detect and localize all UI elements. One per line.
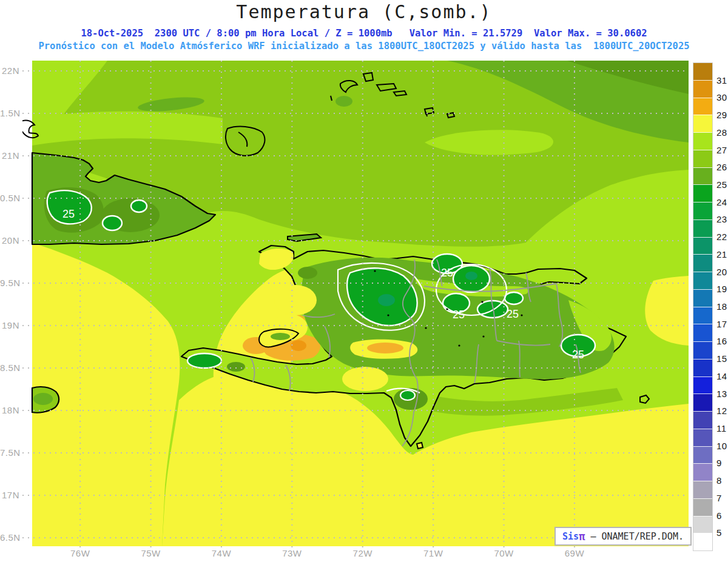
x-tick-69W: 69W [561, 548, 588, 558]
colorbar-label-9: 9 [716, 458, 722, 468]
colorbar-label-11: 11 [716, 423, 727, 433]
great-inagua [226, 127, 265, 156]
colorbar-label-31: 31 [716, 75, 727, 85]
tci-box [363, 73, 373, 81]
colorbar-segment-16 [693, 341, 712, 359]
x-tick-76W: 76W [67, 548, 93, 558]
colorbar-label-22: 22 [716, 232, 727, 242]
warm-orange-core [291, 340, 306, 351]
colorbar-segment-8 [693, 202, 712, 219]
colorbar-segment-1 [693, 80, 712, 98]
attribution-box: Sisπ – ONAMET/REP.DOM. [554, 527, 692, 546]
cibao-dark-3 [505, 292, 523, 304]
map-area: 2525252525 [22, 61, 689, 547]
colorbar-segment-2 [693, 98, 712, 115]
colorbar-label-29: 29 [716, 110, 727, 120]
colorbar-segment-11 [693, 254, 712, 272]
attribution-sis: Sis [562, 531, 579, 542]
colorbar-segment-17 [693, 359, 712, 376]
colorbar-segment-6 [693, 167, 712, 185]
x-tick-72W: 72W [349, 548, 376, 558]
colorbar-segment-20 [693, 411, 712, 429]
colorbar-segment-0 [693, 63, 712, 80]
colorbar-segment-21 [693, 429, 712, 446]
y-tick-7.5N: 7.5N [0, 447, 19, 458]
subtitle-model-info: Pronóstico con el Modelo Atmósferico WRF… [0, 41, 728, 52]
north-haiti-olive-dark [298, 267, 317, 279]
colorbar-label-28: 28 [716, 127, 727, 138]
colorbar-label-19: 19 [716, 284, 727, 294]
colorbar-segment-12 [693, 272, 712, 289]
colorbar-label-30: 30 [716, 92, 727, 102]
y-tick-21N: 21N [0, 150, 19, 161]
attribution-pi-logo: π [579, 530, 585, 543]
colorbar-label-26: 26 [716, 162, 727, 172]
colorbar-label-23: 23 [716, 214, 727, 224]
colorbar-segment-18 [693, 376, 712, 394]
colorbar-label-13: 13 [716, 389, 727, 399]
colorbar-segment-15 [693, 324, 712, 341]
cuba-dark-green-2 [103, 216, 122, 230]
x-tick-75W: 75W [138, 548, 164, 558]
colorbar-segment-23 [693, 463, 712, 481]
y-tick-0.5N: 0.5N [0, 193, 19, 203]
isotherm-label-25: 25 [62, 208, 75, 220]
beata-island [417, 443, 423, 449]
x-tick-74W: 74W [208, 548, 235, 558]
colorbar-label-5: 5 [716, 527, 722, 538]
subtitle-valid-time: 18-Oct-2025 2300 UTC / 8:00 pm Hora Loca… [0, 28, 728, 39]
x-tick-70W: 70W [491, 548, 517, 558]
cuba-dark-green-3 [131, 200, 147, 212]
x-tick-71W: 71W [420, 548, 447, 558]
sea-olive-dot [335, 96, 352, 107]
colorbar-label-18: 18 [716, 301, 727, 312]
y-tick-8.5N: 8.5N [0, 363, 19, 373]
colorbar-label-14: 14 [716, 371, 727, 381]
caicos-2 [447, 113, 454, 118]
cibao-dark-2 [477, 301, 508, 318]
colorbar-label-12: 12 [716, 406, 727, 416]
isotherm-label-25: 25 [572, 349, 584, 361]
colorbar-segment-19 [693, 393, 712, 411]
colorbar-segment-24 [693, 481, 712, 498]
colorbar [693, 63, 712, 550]
colorbar-segment-5 [693, 150, 712, 167]
y-tick-9.5N: 9.5N [0, 278, 19, 288]
colorbar-segment-9 [693, 219, 712, 237]
gonave-olive [271, 333, 290, 340]
y-tick-19N: 19N [0, 320, 19, 330]
isotherm-label-25: 25 [507, 308, 519, 320]
y-tick-18N: 18N [0, 405, 19, 415]
page-title: Temperatura (C,somb.) [0, 1, 728, 22]
azua-yellow [342, 367, 388, 391]
colorbar-label-7: 7 [716, 493, 722, 503]
isotherm-label-25: 25 [441, 267, 453, 279]
jamaica-olive [33, 393, 53, 405]
colorbar-segment-27 [693, 533, 712, 550]
colorbar-label-15: 15 [716, 353, 727, 364]
tci-sliver [394, 91, 406, 96]
colorbar-segment-14 [693, 307, 712, 324]
cordillera-central-teal [378, 294, 395, 306]
colorbar-label-17: 17 [716, 319, 727, 329]
y-tick-22N: 22N [0, 65, 19, 76]
claw-olive-dark [227, 362, 245, 372]
haiti-plateau-yellow [274, 285, 317, 315]
colorbar-label-6: 6 [716, 510, 722, 521]
attribution-onamet: – ONAMET/REP.DOM. [585, 531, 684, 542]
colorbar-segment-25 [693, 498, 712, 516]
colorbar-label-10: 10 [716, 441, 727, 451]
y-tick-17N: 17N [0, 490, 19, 500]
colorbar-segment-4 [693, 132, 712, 150]
isotherm-label-25: 25 [453, 309, 465, 321]
y-tick-20N: 20N [0, 235, 19, 246]
septentrional-teal [465, 272, 477, 280]
y-tick-1.5N: 1.5N [0, 108, 19, 118]
weather-map-page: Temperatura (C,somb.) 18-Oct-2025 2300 U… [0, 0, 728, 562]
x-tick-73W: 73W [278, 548, 305, 558]
colorbar-segment-26 [693, 516, 712, 534]
colorbar-label-20: 20 [716, 267, 727, 277]
y-tick-6.5N: 6.5N [0, 532, 19, 543]
colorbar-label-25: 25 [716, 179, 727, 190]
colorbar-segment-7 [693, 184, 712, 202]
